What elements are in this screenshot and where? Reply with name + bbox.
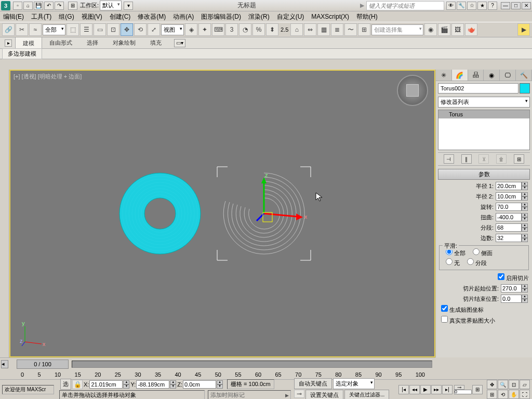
menu-group[interactable]: 组(G) [59, 12, 74, 21]
menu-create[interactable]: 创建(C) [110, 12, 131, 21]
slice-on-checkbox[interactable]: 启用切片 [498, 273, 529, 282]
menu-customize[interactable]: 自定义(U) [277, 12, 304, 21]
render-icon[interactable]: ▶ [517, 23, 530, 36]
ribbon-min-icon[interactable]: ▭▾ [174, 39, 185, 47]
maximize-button[interactable]: □ [511, 2, 521, 9]
realworld-checkbox[interactable]: 真实世界贴图大小 [441, 316, 495, 325]
selection-filter[interactable]: 全部 [43, 24, 65, 35]
coord-y-input[interactable] [136, 380, 169, 389]
undo-icon[interactable]: ↶ [44, 2, 54, 10]
rotate-icon[interactable]: ⟲ [134, 23, 147, 36]
ribbon-tab-freeform[interactable]: 自由形式 [42, 37, 79, 49]
smooth-none[interactable]: 无 [446, 258, 460, 267]
rollout-parameters[interactable]: 参数 [438, 169, 530, 180]
manip-icon[interactable]: ✦ [198, 23, 211, 36]
slice-to-up[interactable]: ▲ [522, 295, 528, 299]
angle-snap-icon[interactable]: ◔ [239, 23, 251, 36]
sides-input[interactable] [496, 234, 522, 242]
tab-hierarchy[interactable]: 品 [468, 70, 484, 81]
configure-icon[interactable]: ⊞ [514, 154, 524, 164]
keyobj-select[interactable]: 选定对象 [333, 378, 375, 389]
remove-mod-icon[interactable]: 🗑 [496, 154, 507, 164]
slice-to-input[interactable] [501, 295, 522, 303]
rotation-up[interactable]: ▲ [522, 203, 528, 207]
zoom-icon[interactable]: 🔍 [498, 380, 508, 389]
minimize-button[interactable]: — [501, 2, 510, 9]
percent-snap-icon[interactable]: % [252, 23, 265, 36]
radius2-down[interactable]: ▼ [522, 196, 528, 201]
keyboard-icon[interactable]: ⌨ [212, 23, 224, 36]
unique-icon[interactable]: ⊻ [478, 154, 489, 164]
modifier-list-dropdown[interactable]: 修改器列表 [438, 97, 530, 108]
segments-down[interactable]: ▼ [522, 228, 528, 232]
window-cross-icon[interactable]: ⊡ [107, 23, 119, 36]
time-config-icon[interactable]: ⊞ [472, 385, 483, 394]
material-icon[interactable]: ◉ [424, 23, 437, 36]
zoom-all-icon[interactable]: ⊡ [509, 380, 519, 389]
pin-stack-icon[interactable]: ⊣ [444, 154, 454, 164]
editnamed-icon[interactable]: ⌂ [290, 23, 303, 36]
move-icon[interactable]: ✥ [121, 23, 133, 36]
ribbon-tab-populate[interactable]: 填充 [143, 37, 169, 49]
select-region-icon[interactable]: ▭ [94, 23, 106, 36]
tab-display[interactable]: 🖵 [500, 70, 516, 81]
project-icon[interactable]: ⊞ [68, 2, 77, 10]
setkey-button[interactable]: 设置关键点 [305, 390, 343, 399]
object-color-swatch[interactable] [520, 83, 530, 94]
goto-start-icon[interactable]: |◂ [398, 385, 409, 394]
subtab-polymodel[interactable]: 多边形建模 [2, 48, 42, 59]
segments-up[interactable]: ▲ [522, 223, 528, 228]
open-icon[interactable]: ⌂ [23, 2, 33, 10]
timeline-toggle-icon[interactable]: ◂ [1, 360, 8, 368]
twist-input[interactable] [496, 213, 522, 221]
play-icon[interactable]: ▶ [420, 385, 431, 394]
viewcube[interactable] [397, 75, 428, 106]
tab-create[interactable]: ✳ [436, 70, 452, 81]
sides-down[interactable]: ▼ [522, 238, 528, 242]
radius1-up[interactable]: ▲ [522, 182, 528, 186]
ribbon-toggle-icon[interactable]: ▸ [5, 39, 12, 47]
slice-from-down[interactable]: ▼ [522, 288, 528, 292]
walk-icon[interactable]: ✋ [509, 390, 519, 399]
align-icon[interactable]: ▦ [317, 23, 330, 36]
maxscript-mini[interactable]: 欢迎使用 MAXScr [2, 385, 54, 394]
star-icon[interactable]: ☆ [467, 2, 476, 10]
rendered-frame-icon[interactable]: 🖼 [451, 23, 464, 36]
menu-maxscript[interactable]: MAXScript(X) [311, 13, 349, 20]
bind-icon[interactable]: ≈ [29, 23, 42, 36]
radius2-input[interactable] [496, 192, 522, 201]
ribbon-tab-objectpaint[interactable]: 对象绘制 [105, 37, 143, 49]
help-icon[interactable]: ? [488, 2, 497, 10]
unlink-icon[interactable]: ✂ [16, 23, 28, 36]
menu-edit[interactable]: 编辑(E) [3, 12, 24, 21]
search-input[interactable] [366, 1, 444, 10]
ribbon-tab-modeling[interactable]: 建模 [15, 37, 42, 49]
workspace-menu-icon[interactable]: ▾ [124, 2, 133, 10]
zoom-ext-icon[interactable]: ⊞ [487, 390, 497, 399]
keymode-icon[interactable]: ⊸ [454, 385, 464, 390]
binoculars-icon[interactable]: 👁 [446, 2, 456, 10]
named-selset[interactable]: 创建选择集 [371, 24, 423, 35]
render-prod-icon[interactable]: 🫖 [465, 23, 477, 36]
time-slider[interactable]: 0 / 100 [17, 360, 69, 369]
max-toggle-icon[interactable]: ⛶ [520, 390, 530, 399]
curve-icon[interactable]: 〜 [344, 23, 357, 36]
pan-icon[interactable]: ✥ [487, 380, 497, 389]
show-end-icon[interactable]: ∥ [461, 154, 472, 164]
lock-icon[interactable]: 🔒 [72, 380, 83, 389]
slice-from-input[interactable] [501, 284, 522, 292]
viewport[interactable]: [+] [透视] [明暗处理 + 边面] [9, 70, 435, 357]
twist-up[interactable]: ▲ [522, 213, 528, 217]
selection-lock-icon[interactable]: 选 [60, 379, 71, 390]
menu-animation[interactable]: 动画(A) [173, 12, 194, 21]
ribbon-tab-selection[interactable]: 选择 [79, 37, 105, 49]
workspace-select[interactable]: 默认 [100, 1, 122, 10]
sides-up[interactable]: ▲ [522, 234, 528, 238]
link-icon[interactable]: 🔗 [2, 23, 15, 36]
mirror-icon[interactable]: ⇔ [304, 23, 316, 36]
current-frame-input[interactable] [454, 390, 472, 394]
wrench-icon[interactable]: 🔧 [457, 2, 466, 10]
coord-x-input[interactable] [89, 380, 123, 389]
tab-modify[interactable]: 🌈 [452, 70, 468, 81]
rotation-input[interactable] [496, 203, 522, 211]
